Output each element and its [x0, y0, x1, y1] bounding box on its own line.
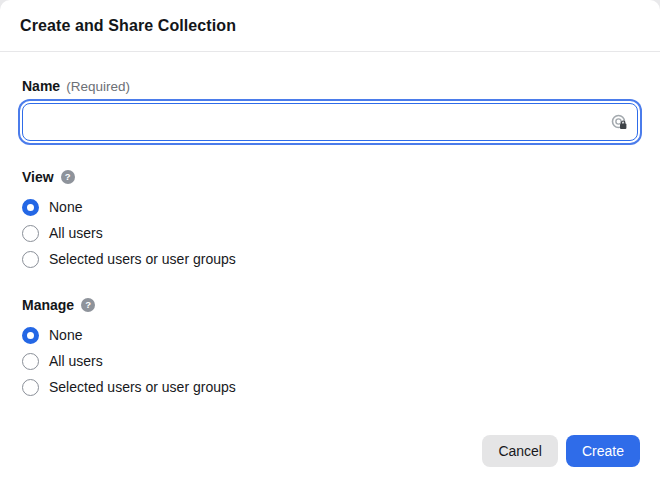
manage-radio-group: None All users Selected users or user gr… — [22, 322, 638, 400]
radio-button-icon[interactable] — [22, 327, 39, 344]
manage-section: Manage ? None All users Selected users o… — [22, 297, 638, 400]
view-radio-group: None All users Selected users or user gr… — [22, 194, 638, 272]
create-share-collection-dialog: Create and Share Collection Name (Requir… — [0, 0, 660, 481]
radio-label: All users — [49, 225, 103, 241]
radio-button-icon[interactable] — [22, 225, 39, 242]
radio-button-icon[interactable] — [22, 353, 39, 370]
create-button[interactable]: Create — [566, 435, 640, 467]
manage-label: Manage — [22, 297, 74, 313]
manage-option-all-users[interactable]: All users — [22, 348, 638, 374]
radio-label: Selected users or user groups — [49, 379, 236, 395]
name-input[interactable] — [22, 103, 638, 141]
view-help-icon[interactable]: ? — [61, 170, 75, 184]
view-section: View ? None All users Selected users or … — [22, 169, 638, 272]
manage-option-none[interactable]: None — [22, 322, 638, 348]
dialog-header: Create and Share Collection — [0, 0, 660, 52]
cancel-button[interactable]: Cancel — [482, 435, 558, 467]
radio-button-icon[interactable] — [22, 199, 39, 216]
radio-button-icon[interactable] — [22, 251, 39, 268]
view-label: View — [22, 169, 54, 185]
manage-option-selected-users[interactable]: Selected users or user groups — [22, 374, 638, 400]
manage-help-icon[interactable]: ? — [81, 298, 95, 312]
radio-label: All users — [49, 353, 103, 369]
dialog-footer: Cancel Create — [0, 435, 660, 467]
radio-label: None — [49, 199, 82, 215]
manage-label-row: Manage ? — [22, 297, 638, 313]
radio-label: Selected users or user groups — [49, 251, 236, 267]
name-input-wrap — [22, 103, 638, 141]
required-note: (Required) — [66, 79, 130, 94]
password-manager-lock-icon[interactable] — [611, 114, 627, 130]
view-label-row: View ? — [22, 169, 638, 185]
dialog-content: Name (Required) View ? Non — [0, 78, 660, 400]
name-label-row: Name (Required) — [22, 78, 638, 94]
view-option-none[interactable]: None — [22, 194, 638, 220]
view-option-selected-users[interactable]: Selected users or user groups — [22, 246, 638, 272]
dialog-title: Create and Share Collection — [20, 17, 236, 35]
view-option-all-users[interactable]: All users — [22, 220, 638, 246]
radio-button-icon[interactable] — [22, 379, 39, 396]
radio-label: None — [49, 327, 82, 343]
name-label: Name — [22, 78, 60, 94]
